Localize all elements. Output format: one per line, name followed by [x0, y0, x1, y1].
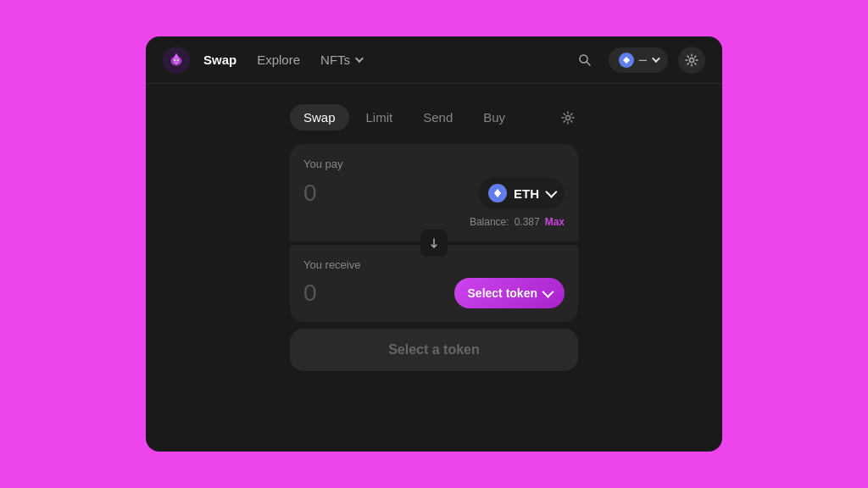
eth-chevron-icon: [545, 186, 557, 198]
you-receive-label: You receive: [303, 258, 565, 271]
balance-row: Balance: 0.387 Max: [303, 216, 565, 228]
app-window: Swap Explore NFTs ─: [146, 36, 722, 452]
settings-button[interactable]: [678, 47, 705, 74]
nav-swap-link[interactable]: Swap: [203, 53, 236, 67]
swap-direction-button[interactable]: [420, 230, 448, 257]
max-button[interactable]: Max: [545, 216, 565, 228]
eth-token-selector[interactable]: ETH: [478, 177, 565, 209]
select-token-button[interactable]: Select token: [454, 278, 565, 308]
wallet-label: ─: [639, 53, 647, 66]
nav-explore-link[interactable]: Explore: [257, 53, 300, 67]
cta-button[interactable]: Select a token: [290, 329, 578, 371]
tab-buy[interactable]: Buy: [470, 104, 519, 130]
svg-point-5: [177, 59, 178, 60]
nav-nfts-dropdown[interactable]: NFTs: [320, 53, 361, 67]
you-receive-row: 0 Select token: [303, 278, 565, 308]
nav-links: Swap Explore NFTs: [203, 53, 571, 67]
eth-token-icon: [488, 184, 507, 202]
wallet-chevron-icon: [652, 54, 660, 63]
you-pay-row: 0 ETH: [303, 177, 565, 209]
tab-limit[interactable]: Limit: [353, 104, 407, 130]
you-pay-label: You pay: [303, 158, 565, 170]
svg-point-9: [566, 115, 570, 119]
you-pay-panel: You pay 0 ETH Balance:: [290, 144, 578, 243]
eth-token-label: ETH: [514, 186, 539, 201]
svg-point-8: [690, 58, 694, 62]
search-button[interactable]: [571, 47, 598, 74]
balance-label: Balance:: [470, 216, 509, 228]
tab-send[interactable]: Send: [409, 104, 466, 130]
swap-settings-button[interactable]: [558, 108, 578, 128]
select-token-chevron-icon: [542, 286, 554, 298]
nav-bar: Swap Explore NFTs ─: [146, 36, 722, 84]
svg-marker-7: [623, 57, 630, 64]
svg-marker-1: [173, 53, 179, 58]
wallet-button[interactable]: ─: [609, 47, 668, 73]
nav-actions: ─: [571, 47, 705, 74]
balance-value: 0.387: [515, 216, 540, 228]
swap-container: Swap Limit Send Buy You pay 0: [290, 104, 578, 371]
app-logo: [163, 47, 190, 74]
nfts-chevron-icon: [355, 54, 364, 63]
you-pay-amount: 0: [303, 180, 317, 207]
main-content: Swap Limit Send Buy You pay 0: [146, 84, 722, 452]
tab-swap[interactable]: Swap: [290, 104, 349, 130]
tabs-bar: Swap Limit Send Buy: [290, 104, 578, 130]
eth-network-icon: [619, 53, 634, 68]
svg-point-4: [175, 59, 175, 60]
select-token-label: Select token: [468, 286, 537, 300]
you-receive-amount: 0: [303, 280, 317, 307]
svg-marker-10: [494, 189, 501, 197]
